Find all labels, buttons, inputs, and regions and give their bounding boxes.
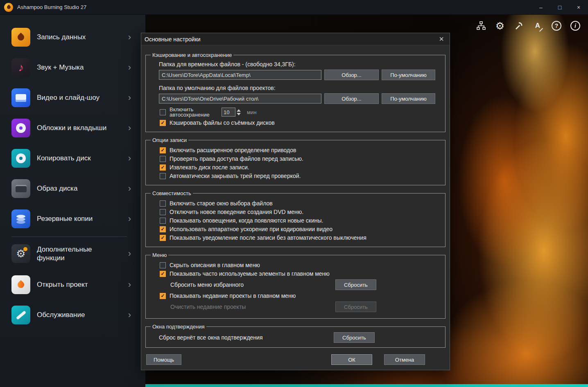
- flame-icon: [6, 4, 11, 10]
- video-icon: [11, 88, 30, 107]
- sidebar-item-burn-data[interactable]: Запись данных: [11, 26, 131, 49]
- maximize-button[interactable]: □: [550, 0, 569, 14]
- sidebar-item-audio-music[interactable]: Звук + Музыка: [11, 56, 131, 79]
- sidebar-item-extra-functions[interactable]: Дополнительные функции: [11, 242, 131, 265]
- spinner-down-icon[interactable]: [237, 113, 241, 115]
- option-label: Скрыть описания в главном меню: [170, 262, 260, 268]
- project-folder-input[interactable]: [159, 94, 321, 104]
- chevron-right-icon: [128, 124, 131, 133]
- cancel-button[interactable]: Отмена: [384, 354, 425, 365]
- check-file-access-checkbox[interactable]: [160, 156, 166, 162]
- sidebar-item-label: Дополнительные функции: [37, 245, 115, 263]
- reset-confirmations-button[interactable]: Сбросить: [334, 332, 375, 343]
- group-legend: Кэширование и автосохранение: [151, 52, 233, 58]
- option-label: Показывать оповещения, когда появляются …: [170, 217, 323, 224]
- tools-glyph: [514, 21, 523, 30]
- extra-functions-icon: [11, 244, 30, 263]
- project-browse-button[interactable]: Обзор...: [324, 93, 379, 104]
- window-controls: – □ ×: [531, 0, 588, 14]
- cache-removable-checkbox[interactable]: [160, 120, 166, 126]
- option-label: Включить расширенное определение приводо…: [170, 147, 296, 153]
- sidebar-item-label: Видео и слайд-шоу: [37, 93, 100, 102]
- gear-icon[interactable]: [493, 19, 507, 33]
- sidebar-item-label: Запись данных: [37, 33, 86, 41]
- group-caching-autosave: Кэширование и автосохранение Папка для в…: [145, 52, 446, 132]
- sidebar-item-video-slideshow[interactable]: Видео и слайд-шоу: [11, 86, 131, 109]
- show-frequent-items-checkbox[interactable]: [160, 271, 166, 277]
- chevron-right-icon: [128, 249, 131, 258]
- chevron-right-icon: [128, 154, 131, 163]
- bottom-accent-strip: [145, 384, 588, 387]
- language-icon[interactable]: [531, 19, 545, 33]
- tools-icon[interactable]: [512, 19, 526, 33]
- sidebar-item-copy-disc[interactable]: Копировать диск: [11, 147, 131, 170]
- music-icon: [11, 58, 30, 77]
- autosave-checkbox[interactable]: [160, 109, 166, 115]
- option-label: Отключить новое поведение создания DVD м…: [170, 209, 303, 215]
- group-confirmation-windows: Окна подтверждения Сброс вернёт все окна…: [145, 324, 446, 348]
- project-default-button[interactable]: По-умолчанию: [382, 93, 435, 104]
- hardware-acceleration-checkbox[interactable]: [160, 226, 166, 232]
- help-icon[interactable]: [550, 19, 563, 33]
- option-label: Извлекать диск после записи.: [170, 164, 249, 171]
- option-label: Показывать часто используемые элементы в…: [170, 270, 330, 277]
- option-label: Проверять права доступа файлов перед зап…: [170, 155, 303, 162]
- old-file-dialog-checkbox[interactable]: [160, 200, 166, 207]
- hide-descriptions-checkbox[interactable]: [160, 262, 166, 268]
- dialog-body: Кэширование и автосохранение Папка для в…: [141, 45, 450, 370]
- extended-drive-detection-checkbox[interactable]: [160, 147, 166, 153]
- sidebar-item-label: Звук + Музыка: [37, 63, 84, 72]
- spinner-up-icon[interactable]: [237, 109, 241, 112]
- option-label: Показывать уведомление после записи без …: [170, 234, 366, 241]
- help-button[interactable]: Помощь: [146, 354, 181, 365]
- minimize-button[interactable]: –: [531, 0, 550, 14]
- settings-dialog: Основные настройки Кэширование и автосох…: [141, 33, 450, 370]
- autosave-spinner: [222, 108, 241, 117]
- show-recent-projects-checkbox[interactable]: [160, 293, 166, 299]
- titlebar: Ashampoo Burning Studio 27 – □ ×: [0, 0, 588, 15]
- close-tray-checkbox[interactable]: [160, 173, 166, 179]
- option-label: Автоматически закрывать трей перед прове…: [170, 173, 301, 179]
- top-toolbar: [474, 19, 582, 33]
- sidebar-divider: [11, 236, 127, 237]
- close-button[interactable]: ×: [569, 0, 588, 14]
- autosave-label: Включить автосохранение: [170, 107, 218, 117]
- workflow-glyph: [476, 21, 486, 31]
- sidebar-item-label: Образ диска: [37, 184, 77, 193]
- temp-folder-input[interactable]: [159, 70, 321, 80]
- sidebar-item-open-project[interactable]: Открыть проект: [11, 273, 131, 296]
- reset-favorites-button[interactable]: Сбросить: [335, 279, 376, 290]
- copy-disc-icon: [11, 149, 30, 168]
- dialog-close-icon[interactable]: [436, 34, 447, 45]
- clear-recent-projects-label: Очистить недавние проекты: [170, 304, 335, 310]
- sidebar-item-disc-image[interactable]: Образ диска: [11, 177, 131, 200]
- dialog-header: Основные настройки: [141, 33, 450, 45]
- burn-notification-checkbox[interactable]: [160, 235, 166, 241]
- autosave-minutes-input[interactable]: [222, 108, 235, 117]
- group-legend: Опции записи: [151, 137, 188, 143]
- temp-default-button[interactable]: По-умолчанию: [382, 70, 435, 80]
- new-skins-notify-checkbox[interactable]: [160, 218, 166, 224]
- window-title: Ashampoo Burning Studio 27: [17, 4, 86, 10]
- sidebar-item-covers-inlays[interactable]: Обложки и вкладыши: [11, 117, 131, 140]
- help-glyph: [552, 21, 561, 31]
- ok-button[interactable]: ОК: [331, 354, 372, 365]
- sidebar-item-label: Открыть проект: [37, 280, 88, 289]
- group-burn-options: Опции записи Включить расширенное опреде…: [145, 137, 446, 185]
- group-menu: Меню Скрыть описания в главном меню Пока…: [145, 252, 446, 319]
- workflow-icon[interactable]: [474, 19, 488, 33]
- eject-after-burn-checkbox[interactable]: [160, 164, 166, 171]
- disable-dvd-menu-checkbox[interactable]: [160, 209, 166, 215]
- sidebar-item-backups[interactable]: Резервные копии: [11, 207, 131, 230]
- sidebar-item-label: Обслуживание: [37, 310, 85, 319]
- chevron-right-icon: [128, 63, 131, 72]
- sidebar-item-maintenance[interactable]: Обслуживание: [11, 304, 131, 326]
- maintenance-icon: [11, 306, 30, 324]
- reset-favorites-label: Сбросить меню избранного: [170, 281, 335, 288]
- chevron-right-icon: [128, 33, 131, 42]
- group-legend: Совместимость: [151, 190, 193, 196]
- dialog-title: Основные настройки: [145, 36, 201, 43]
- sidebar-item-label: Резервные копии: [37, 214, 93, 223]
- temp-browse-button[interactable]: Обзор...: [324, 70, 379, 80]
- info-icon[interactable]: [568, 19, 582, 33]
